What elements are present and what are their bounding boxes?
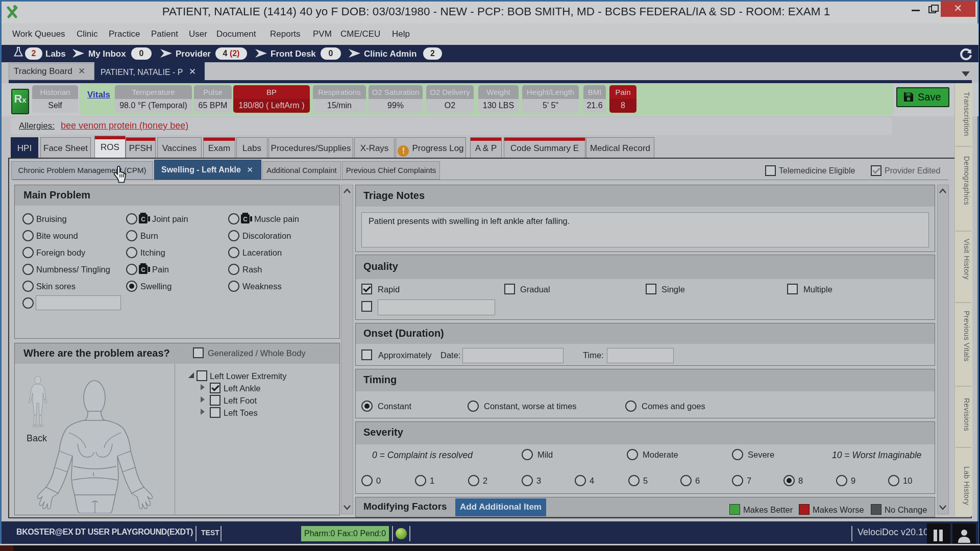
svg-text:C: C [141,266,145,273]
svg-text:C: C [141,216,145,223]
svg-text:C: C [243,216,248,223]
